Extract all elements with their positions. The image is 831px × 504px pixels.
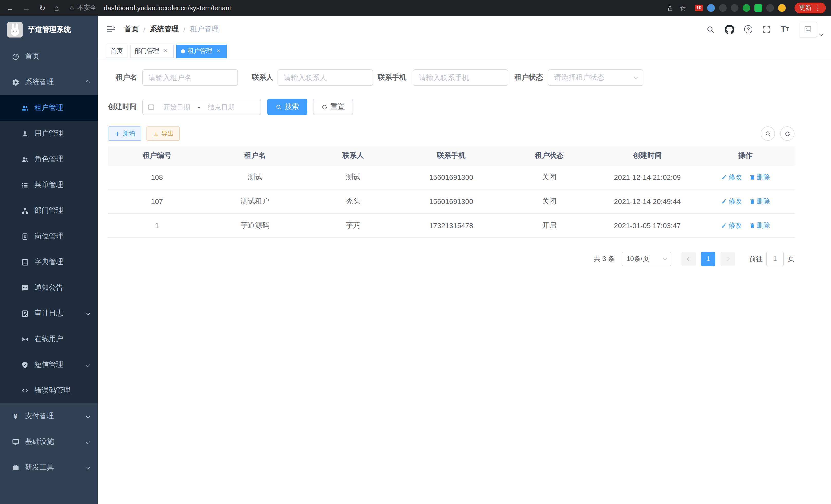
column-header: 租户名: [206, 146, 304, 165]
cell-phone: 15601691300: [402, 165, 500, 189]
update-button[interactable]: 更新 ⋮: [795, 3, 826, 13]
back-icon[interactable]: ←: [6, 4, 14, 12]
contact-input[interactable]: [278, 69, 373, 86]
sidebar-item-sms-management[interactable]: 短信管理: [0, 352, 98, 378]
tab-dept-management[interactable]: 部门管理×: [130, 45, 174, 58]
sidebar-item-menu-management[interactable]: 菜单管理: [0, 172, 98, 198]
sidebar-item-tenant-management[interactable]: 租户管理: [0, 95, 98, 121]
extension-icon[interactable]: [743, 4, 750, 12]
next-page-button[interactable]: [720, 251, 735, 266]
address-bar[interactable]: ⚠ 不安全 dashboard.yudao.iocoder.cn/system/…: [59, 4, 667, 12]
monitor-icon: [11, 438, 20, 446]
user-menu[interactable]: [799, 21, 823, 37]
extension-icon[interactable]: [754, 4, 762, 12]
pagination: 共 3 条 10条/页 1 前往 页: [108, 251, 795, 266]
home-icon[interactable]: ⌂: [54, 4, 59, 12]
cell-name: 测试租户: [206, 189, 304, 213]
extension-icon[interactable]: [778, 4, 786, 12]
chevron-up-icon: [86, 80, 90, 85]
kebab-menu-icon[interactable]: ⋮: [814, 4, 821, 12]
edit-button[interactable]: 修改: [721, 221, 742, 230]
search-button[interactable]: 搜索: [267, 99, 307, 115]
org-tree-icon: [21, 207, 29, 214]
tenant-name-input[interactable]: [142, 69, 238, 86]
extension-icon[interactable]: [707, 4, 715, 12]
dictionary-icon: [21, 258, 29, 266]
extension-icon[interactable]: [731, 4, 739, 12]
avatar[interactable]: [799, 21, 817, 37]
sidebar-item-online-users[interactable]: 在线用户: [0, 326, 98, 352]
reload-icon[interactable]: ↻: [39, 4, 46, 12]
toggle-search-button[interactable]: [761, 126, 775, 141]
site-security[interactable]: ⚠ 不安全: [69, 4, 96, 12]
header-search-icon[interactable]: [706, 25, 715, 34]
tab-tenant-management[interactable]: 租户管理×: [176, 45, 227, 58]
close-icon[interactable]: ×: [215, 48, 222, 55]
sidebar-item-notice-announcement[interactable]: 通知公告: [0, 275, 98, 301]
sidebar-item-post-management[interactable]: 岗位管理: [0, 224, 98, 249]
start-date-input[interactable]: [157, 103, 197, 111]
delete-button[interactable]: 删除: [749, 197, 770, 206]
close-icon[interactable]: ×: [162, 48, 169, 55]
delete-button[interactable]: 删除: [749, 221, 770, 230]
edit-button[interactable]: 修改: [721, 172, 742, 182]
sidebar-item-infrastructure[interactable]: 基础设施: [0, 429, 98, 455]
column-header: 操作: [696, 146, 795, 165]
hamburger-icon[interactable]: [106, 24, 116, 34]
share-icon[interactable]: [667, 4, 674, 11]
phone-input[interactable]: [413, 69, 508, 86]
sidebar-item-role-management[interactable]: 角色管理: [0, 146, 98, 172]
tabs-bar: 首页部门管理×租户管理×: [98, 42, 831, 60]
broadcast-icon: [21, 335, 29, 343]
download-icon: [153, 130, 159, 137]
tenant-status-select[interactable]: 请选择租户状态: [548, 69, 643, 86]
edit-button-label: 修改: [728, 197, 742, 206]
tab-home[interactable]: 首页: [106, 45, 127, 58]
export-button[interactable]: 导出: [146, 126, 180, 141]
add-button[interactable]: 新增: [108, 126, 141, 141]
sidebar-item-user-management[interactable]: 用户管理: [0, 121, 98, 146]
sidebar-item-audit-log[interactable]: 审计日志: [0, 301, 98, 326]
prev-page-button[interactable]: [682, 251, 696, 266]
bookmark-star-icon[interactable]: ☆: [680, 4, 686, 11]
sidebar-item-home[interactable]: 首页: [0, 44, 98, 69]
total-count: 共 3 条: [594, 254, 614, 263]
refresh-table-button[interactable]: [780, 126, 795, 141]
shield-icon: [21, 361, 29, 368]
sidebar-item-system-management[interactable]: 系统管理: [0, 69, 98, 95]
sidebar-item-dept-management[interactable]: 部门管理: [0, 198, 98, 224]
page-size-select[interactable]: 10条/页: [622, 251, 671, 266]
breadcrumb-item[interactable]: 首页: [124, 25, 139, 34]
edit-icon: [721, 174, 727, 180]
tab-label: 部门管理: [135, 47, 159, 56]
delete-button[interactable]: 删除: [749, 172, 770, 182]
delete-icon: [749, 174, 755, 180]
sidebar-item-label: 错误码管理: [34, 386, 70, 395]
page-number-button[interactable]: 1: [701, 251, 715, 266]
extension-icon[interactable]: [719, 4, 727, 12]
end-date-input[interactable]: [201, 103, 241, 111]
sidebar-item-dev-tools[interactable]: 研发工具: [0, 455, 98, 480]
fullscreen-icon[interactable]: [762, 25, 771, 34]
app-logo[interactable]: 芋道管理系统: [0, 16, 98, 44]
delete-icon: [749, 222, 755, 228]
goto-page-input[interactable]: [766, 251, 784, 266]
table-row: 108测试测试15601691300关闭2021-12-14 21:02:09修…: [108, 165, 795, 189]
page-unit: 页: [788, 254, 795, 263]
breadcrumb-item[interactable]: 系统管理: [150, 25, 179, 34]
edit-button[interactable]: 修改: [721, 197, 742, 206]
sidebar-item-dict-management[interactable]: 字典管理: [0, 249, 98, 275]
extension-icon[interactable]: [766, 4, 774, 12]
reset-button[interactable]: 重置: [313, 99, 353, 115]
cell-operations: 修改删除: [696, 213, 795, 237]
font-size-icon[interactable]: TT: [781, 25, 789, 33]
app-title: 芋道管理系统: [28, 25, 71, 34]
create-time-range-picker[interactable]: -: [142, 99, 261, 115]
sidebar-item-payment-management[interactable]: ¥支付管理: [0, 403, 98, 429]
url-text[interactable]: dashboard.yudao.iocoder.cn/system/tenant: [104, 4, 231, 12]
help-icon[interactable]: ?: [744, 25, 752, 33]
forward-icon[interactable]: →: [23, 4, 30, 12]
sidebar-item-error-code-management[interactable]: 错误码管理: [0, 378, 98, 403]
cell-id: 108: [108, 165, 206, 189]
github-icon[interactable]: [725, 24, 735, 34]
